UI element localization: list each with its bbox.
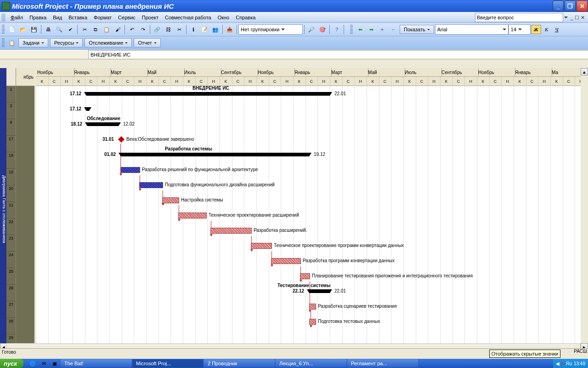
font-combo[interactable]: Arial [435, 24, 509, 34]
gantt-chart[interactable]: НоябрьЯнварьМартМайИюльСентябрьНоябрьЯнв… [36, 68, 588, 351]
italic-button[interactable]: К [542, 25, 551, 34]
row-header[interactable]: 28 [6, 318, 16, 334]
quicklaunch-icon[interactable]: ▣ [50, 358, 60, 368]
resources-panel-button[interactable]: Ресурсы [50, 38, 83, 47]
task-bar[interactable] [271, 258, 301, 264]
row-header[interactable]: 8 [6, 119, 16, 136]
vertical-scrollbar[interactable]: ▴ [581, 68, 588, 343]
help-search-input[interactable] [475, 13, 563, 22]
quicklaunch-mail-icon[interactable]: ✉ [39, 358, 49, 368]
show-plus-icon[interactable]: + [377, 24, 387, 34]
new-icon[interactable]: 📄 [7, 24, 17, 34]
row-header[interactable]: 21 [6, 202, 16, 218]
open-icon[interactable]: 📂 [18, 24, 28, 34]
bold-button[interactable]: Ж [531, 25, 541, 34]
indent-icon[interactable]: ➡ [366, 24, 376, 34]
cut-icon[interactable]: ✂ [79, 24, 90, 34]
task-bar[interactable] [121, 167, 140, 173]
show-minus-icon[interactable]: − [388, 24, 398, 34]
show-button[interactable]: Показать [400, 25, 434, 34]
tray-lang[interactable]: Ru [566, 361, 572, 366]
view-bar-title[interactable]: Диаграмма Ганта с отслеживанием [0, 68, 6, 351]
taskbar-item[interactable]: Регламент ра... [347, 359, 418, 368]
row-header[interactable]: 20 [6, 185, 16, 202]
menu-help[interactable]: Справка [232, 13, 259, 22]
underline-button[interactable]: Ч [552, 25, 561, 34]
menu-view[interactable]: Вид [50, 13, 65, 22]
task-bar[interactable] [178, 213, 207, 218]
notes-icon[interactable]: 📝 [199, 24, 209, 34]
taskbar-item[interactable]: Лекция_6 Уп... [276, 359, 346, 368]
link-icon[interactable]: 🔗 [152, 24, 162, 34]
row-header[interactable]: 27 [6, 301, 16, 318]
menu-service[interactable]: Сервис [115, 13, 139, 22]
scroll-up-icon[interactable]: ▴ [581, 68, 588, 75]
minimize-button[interactable]: _ [553, 0, 564, 12]
task-bar[interactable] [300, 273, 310, 279]
row-header[interactable]: 1 [6, 86, 16, 103]
info-icon[interactable]: ℹ [188, 24, 198, 34]
entry-name-box[interactable] [0, 50, 89, 59]
preview-icon[interactable]: 🔍 [54, 24, 64, 34]
task-bar[interactable] [309, 304, 316, 310]
restore-button[interactable]: _ ☐ ✕ [569, 15, 587, 21]
task-bar[interactable] [139, 182, 163, 188]
close-button[interactable]: ✕ [577, 0, 588, 12]
tray-icon[interactable]: ◀ [556, 361, 560, 366]
panel-icon[interactable]: 📋 [7, 38, 17, 48]
summary-bar[interactable] [87, 122, 119, 126]
task-bar[interactable] [210, 228, 252, 234]
redo-icon[interactable]: ↷ [138, 24, 148, 34]
row-header[interactable]: 26 [6, 285, 16, 301]
row-header[interactable]: 22 [6, 218, 16, 235]
row-header[interactable]: 18 [6, 152, 16, 169]
zoom-icon[interactable]: 🔎 [306, 24, 317, 34]
report-panel-button[interactable]: Отчет [134, 38, 160, 47]
taskbar-item[interactable]: Microsoft Proj... [132, 359, 203, 368]
format-painter-icon[interactable]: 🖌 [113, 24, 123, 34]
row-header[interactable]: 17 [6, 136, 16, 152]
milestone-icon[interactable] [118, 136, 124, 143]
summary-bar[interactable] [86, 92, 330, 96]
menu-insert[interactable]: Вставка [65, 13, 90, 22]
row-header[interactable]: 19 [6, 169, 16, 185]
task-bar[interactable] [162, 197, 179, 203]
entry-input[interactable] [89, 50, 588, 58]
paste-icon[interactable]: 📋 [102, 24, 112, 34]
row-header[interactable]: 25 [6, 268, 16, 285]
taskbar-item[interactable]: The Bat! [61, 359, 131, 368]
publish-icon[interactable]: 📤 [225, 24, 235, 34]
assign-icon[interactable]: 👥 [210, 24, 220, 34]
menu-edit[interactable]: Правка [26, 13, 50, 22]
tasks-panel-button[interactable]: Задачи [18, 38, 48, 47]
summary-bar[interactable] [309, 289, 330, 293]
system-tray[interactable]: ◀ K Ru 13:49 [553, 359, 588, 368]
split-icon[interactable]: ✂ [174, 24, 184, 34]
menu-collab[interactable]: Совместная работа [162, 13, 215, 22]
summary-bar[interactable] [86, 107, 89, 111]
task-bar[interactable] [251, 243, 272, 249]
spell-icon[interactable]: ✔ [65, 24, 75, 34]
menu-project[interactable]: Проект [139, 13, 162, 22]
row-header[interactable]: 23 [6, 235, 16, 252]
taskbar-item[interactable]: 2 Проводник [204, 359, 275, 368]
task-bar[interactable] [309, 319, 316, 325]
menu-window[interactable]: Окно [215, 13, 233, 22]
maximize-button[interactable]: ❐ [565, 0, 576, 12]
print-icon[interactable]: 🖶 [43, 24, 53, 34]
tracking-panel-button[interactable]: Отслеживание [85, 38, 132, 47]
save-icon[interactable]: 💾 [29, 24, 39, 34]
fontsize-combo[interactable]: 14 [509, 24, 531, 34]
menu-format[interactable]: Формат [90, 13, 115, 22]
summary-bar[interactable] [121, 153, 309, 156]
group-combo[interactable]: Нет группировки [238, 24, 303, 34]
row-header[interactable]: 24 [6, 252, 16, 268]
start-button[interactable]: пуск [0, 359, 23, 368]
row-header[interactable]: 2 [6, 103, 16, 119]
copy-icon[interactable]: ⧉ [90, 24, 101, 34]
unlink-icon[interactable]: ⛓ [163, 24, 173, 34]
menu-file[interactable]: ФФайлайл [7, 13, 26, 22]
tray-av-icon[interactable]: K [561, 361, 565, 366]
goto-icon[interactable]: 🎯 [317, 24, 328, 34]
help-icon[interactable]: ? [332, 24, 342, 34]
